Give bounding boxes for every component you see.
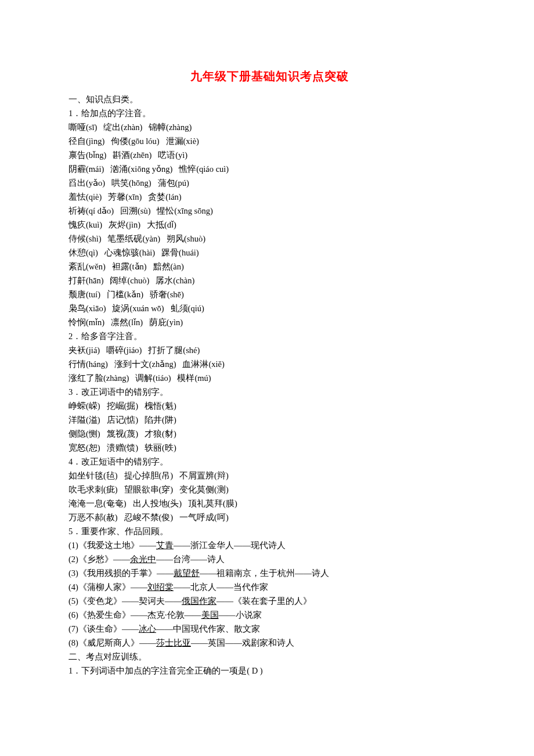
section-heading: 二、考点对应训练。 [68, 650, 470, 664]
author-work-item: (2)《乡愁》——余光中——台湾——诗人 [68, 552, 470, 566]
correction-list-2: 如坐针毯(毡) 提心掉胆(吊) 不屑置辨(辩)吹毛求刺(疵) 望眼欲串(穿) 变… [68, 469, 470, 524]
author-name: 俄国作家 [182, 596, 217, 606]
author-name: 冰心 [139, 624, 156, 633]
author-name: 刘绍棠 [147, 582, 174, 592]
text-line: 万恶不郝(赦) 忍峻不禁(俊) 一气呼成(呵) [68, 510, 470, 524]
text-line: 侍候(shì) 笔墨纸砚(yàn) 朔风(shuò) [68, 232, 470, 246]
subsection-heading: 4．改正短语中的错别字。 [68, 455, 470, 469]
text-line: 阴霾(mái) 汹涌(xiōng yǒng) 憔悴(qiáo cuì) [68, 162, 470, 176]
author-work-item: (7)《谈生命》——冰心——中国现代作家、散文家 [68, 622, 470, 636]
text-line: 嘶哑(sī) 绽出(zhàn) 锦幛(zhàng) [68, 120, 470, 134]
text-line: 宽怒(恕) 溃赠(馈) 轶丽(昳) [68, 441, 470, 455]
author-work-list: (1)《我爱这土地》——艾青——浙江金华人——现代诗人(2)《乡愁》——余光中—… [68, 538, 470, 650]
pinyin-list-2: 夹袄(jiá) 嚼碎(jiáo) 打折了腿(shé)行情(háng) 涨到十文(… [68, 343, 470, 385]
author-work-item: (3)《我用残损的手掌》——戴望舒——祖籍南京，生于杭州——诗人 [68, 566, 470, 580]
author-work-item: (6)《热爱生命》——杰克·伦敦——美国——小说家 [68, 608, 470, 622]
text-line: 枭鸟(xiāo) 旋涡(xuán wō) 虬须(qiú) [68, 301, 470, 315]
text-line: 涨红了脸(zhàng) 调解(tiáo) 模样(mú) [68, 371, 470, 385]
text-line: 舀出(yǎo) 哄笑(hōng) 蒲包(pú) [68, 176, 470, 190]
pinyin-list-1: 嘶哑(sī) 绽出(zhàn) 锦幛(zhàng)径自(jìng) 佝偻(gōu… [68, 120, 470, 329]
text-line: 侧隐(恻) 篾视(蔑) 才狼(豺) [68, 427, 470, 441]
text-line: 紊乱(wěn) 袒露(tǎn) 黯然(àn) [68, 260, 470, 273]
text-line: 颓唐(tuí) 门槛(kǎn) 骄奢(shē) [68, 287, 470, 301]
text-line: 淹淹一息(奄奄) 出人投地(头) 顶礼莫拜(膜) [68, 496, 470, 510]
text-line: 打鼾(hān) 阔绰(chuò) 孱水(chàn) [68, 273, 470, 287]
correction-list-1: 峥蝾(嵘) 挖崛(掘) 槐悟(魁)洋隘(溢) 店记(惦) 陷井(阱)侧隐(恻) … [68, 399, 470, 455]
subsection-heading: 2．给多音字注音。 [68, 329, 470, 343]
text-line: 洋隘(溢) 店记(惦) 陷井(阱) [68, 413, 470, 427]
text-line: 休憩(qì) 心魂惊骇(hài) 踝骨(huái) [68, 246, 470, 260]
author-work-item: (4)《蒲柳人家》——刘绍棠——北京人——当代作家 [68, 580, 470, 594]
text-line: 行情(háng) 涨到十文(zhǎng) 血淋淋(xiě) [68, 357, 470, 371]
text-line: 峥蝾(嵘) 挖崛(掘) 槐悟(魁) [68, 399, 470, 413]
subsection-heading: 3．改正词语中的错别字。 [68, 385, 470, 399]
author-name: 艾青 [156, 541, 174, 550]
author-work-item: (5)《变色龙》——契诃夫——俄国作家——《装在套子里的人》 [68, 594, 470, 608]
text-line: 怜悯(mǐn) 凛然(lǐn) 荫庇(yìn) [68, 315, 470, 329]
text-line: 禀告(bǐng) 斟酒(zhēn) 呓语(yì) [68, 148, 470, 162]
author-work-item: (8)《威尼斯商人》——莎士比亚——英国——戏剧家和诗人 [68, 636, 470, 650]
text-line: 愧疚(kuì) 灰烬(jìn) 大抵(dǐ) [68, 218, 470, 232]
author-work-item: (1)《我爱这土地》——艾青——浙江金华人——现代诗人 [68, 538, 470, 552]
text-line: 径自(jìng) 佝偻(gōu lóu) 泄漏(xiè) [68, 134, 470, 148]
author-name: 戴望舒 [174, 568, 200, 578]
text-line: 羞怯(qiè) 芳馨(xīn) 贪婪(lán) [68, 190, 470, 204]
text-line: 吹毛求刺(疵) 望眼欲串(穿) 变化莫侧(测) [68, 483, 470, 496]
document-page: 九年级下册基础知识考点突破 一、知识点归类。 1．给加点的字注音。 嘶哑(sī)… [0, 0, 534, 756]
author-name: 莎士比亚 [156, 638, 191, 647]
author-name: 美国 [201, 610, 219, 620]
question-text: 1．下列词语中加点的字注音完全正确的一项是( D ) [68, 664, 470, 678]
subsection-heading: 5．重要作家、作品回顾。 [68, 524, 470, 538]
author-name: 余光中 [130, 555, 156, 564]
section-heading: 一、知识点归类。 [68, 92, 470, 106]
document-title: 九年级下册基础知识考点突破 [68, 69, 470, 84]
text-line: 祈祷(qí dǎo) 回溯(sù) 惺忪(xīng sōng) [68, 204, 470, 218]
text-line: 夹袄(jiá) 嚼碎(jiáo) 打折了腿(shé) [68, 343, 470, 357]
text-line: 如坐针毯(毡) 提心掉胆(吊) 不屑置辨(辩) [68, 469, 470, 483]
subsection-heading: 1．给加点的字注音。 [68, 106, 470, 120]
